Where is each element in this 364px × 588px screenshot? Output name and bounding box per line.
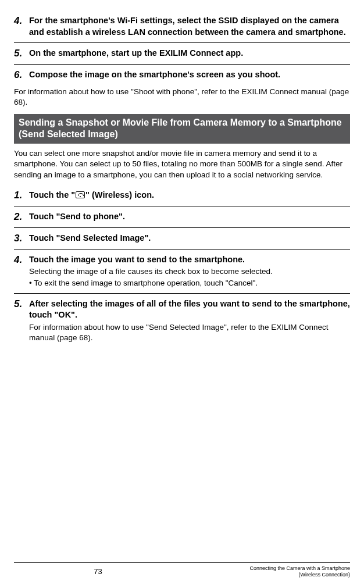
step-6-top: 6. Compose the image on the smartphone's…	[14, 66, 350, 84]
step-body: Touch "Send Selected Image".	[29, 233, 350, 244]
step-body: For the smartphone's Wi-Fi settings, sel…	[29, 15, 350, 38]
step-number: 4.	[14, 254, 29, 266]
footer-line1: Connecting the Camera with a Smartphone	[249, 565, 350, 571]
step-body: Touch "Send to phone".	[29, 211, 350, 223]
separator	[14, 227, 350, 228]
step-bullet: • To exit the send image to smartphone o…	[29, 278, 350, 288]
step-title: After selecting the images of all of the…	[29, 298, 350, 321]
separator	[14, 293, 350, 294]
step-number: 2.	[14, 211, 29, 223]
separator	[14, 249, 350, 250]
step-number: 6.	[14, 69, 29, 81]
step-5: 5. After selecting the images of all of …	[14, 295, 350, 347]
step-4: 4. Touch the image you want to send to t…	[14, 251, 350, 292]
footer-title: Connecting the Camera with a Smartphone …	[182, 565, 350, 578]
intro-paragraph: You can select one more snapshot and/or …	[14, 148, 350, 180]
section-heading: Sending a Snapshot or Movie File from Ca…	[14, 114, 350, 144]
wireless-icon	[76, 191, 85, 198]
step-number: 4.	[14, 15, 29, 27]
step-body: After selecting the images of all of the…	[29, 298, 350, 344]
page-footer: 73 Connecting the Camera with a Smartpho…	[14, 562, 350, 578]
text-post: " (Wireless) icon.	[85, 190, 154, 199]
step-title: Touch the image you want to send to the …	[29, 254, 350, 266]
step-2: 2. Touch "Send to phone".	[14, 208, 350, 226]
page-number: 73	[14, 565, 182, 576]
step-title: For the smartphone's Wi-Fi settings, sel…	[29, 15, 350, 38]
step-title: Touch the "" (Wireless) icon.	[29, 190, 350, 201]
step-title: Touch "Send Selected Image".	[29, 233, 350, 244]
separator	[14, 42, 350, 43]
step-subtext: Selecting the image of a file causes its…	[29, 266, 350, 277]
footer-row: 73 Connecting the Camera with a Smartpho…	[14, 565, 350, 578]
footer-line	[14, 562, 350, 563]
step-title: Touch "Send to phone".	[29, 211, 350, 223]
step-4-top: 4. For the smartphone's Wi-Fi settings, …	[14, 12, 350, 41]
step-number: 5.	[14, 298, 29, 310]
step-5-top: 5. On the smartphone, start up the EXILI…	[14, 44, 350, 63]
step-number: 5.	[14, 48, 29, 59]
step-number: 1.	[14, 190, 29, 201]
step-3: 3. Touch "Send Selected Image".	[14, 229, 350, 248]
step-body: On the smartphone, start up the EXILIM C…	[29, 48, 350, 59]
step-subtext: For information about how to use "Send S…	[29, 322, 350, 343]
step-body: Compose the image on the smartphone's sc…	[29, 69, 350, 81]
note-paragraph: For information about how to use "Shoot …	[14, 87, 350, 108]
footer-line2: (Wireless Connection)	[298, 572, 350, 578]
text-pre: Touch the "	[29, 190, 75, 199]
step-1: 1. Touch the "" (Wireless) icon.	[14, 186, 350, 205]
step-body: Touch the "" (Wireless) icon.	[29, 190, 350, 201]
step-title: Compose the image on the smartphone's sc…	[29, 69, 350, 81]
step-title: On the smartphone, start up the EXILIM C…	[29, 48, 350, 59]
separator	[14, 206, 350, 206]
step-body: Touch the image you want to send to the …	[29, 254, 350, 288]
separator	[14, 64, 350, 65]
step-number: 3.	[14, 233, 29, 244]
